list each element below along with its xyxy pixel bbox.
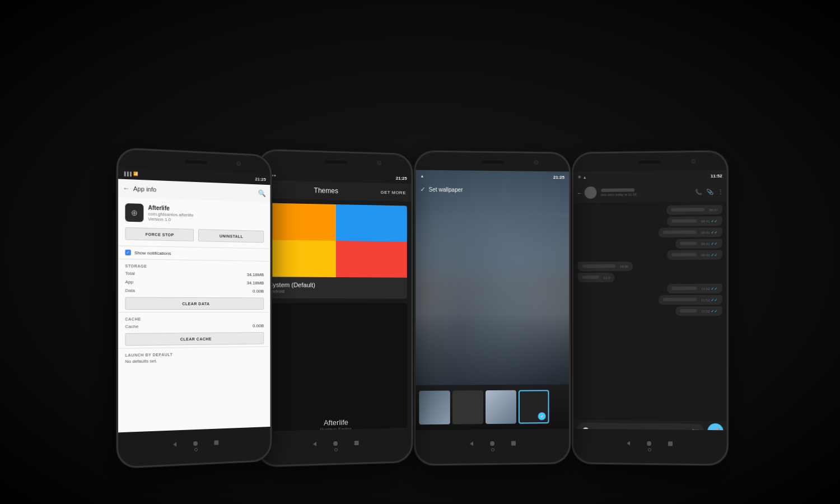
search-icon[interactable]: 🔍 — [258, 189, 266, 197]
recents-nav-btn[interactable] — [214, 440, 218, 445]
wifi-icon: 📶 — [133, 171, 138, 176]
signal-icon: ▐▐▐ — [123, 171, 131, 176]
call-icon[interactable]: 📞 — [695, 189, 702, 195]
msg-1: 08:37 — [666, 205, 722, 215]
phones-container: ▐▐▐ 📶 21:25 ← App info 🔍 ⊕ — [84, 28, 756, 476]
wallpaper-thumb-3[interactable] — [486, 390, 516, 424]
phone-1-speaker — [185, 160, 207, 164]
app-info-screen: ← App info 🔍 ⊕ Afterlife com.gfdsantos.a… — [118, 179, 270, 433]
cache-row: Cache 0.00B — [118, 321, 270, 331]
msg-text-8 — [671, 287, 697, 290]
phone-4-wrapper: ⊕ ▲ 11:52 ← last seen today at 11:34 — [572, 150, 729, 465]
msg-time-8: 11:52 ✓✓ — [701, 287, 717, 291]
back-icon[interactable]: ← — [123, 184, 129, 193]
msg-text-1 — [671, 208, 704, 211]
msg-time-9: 11:52 ✓✓ — [701, 298, 717, 302]
check-icon-10: ✓✓ — [711, 309, 717, 314]
clear-data-button[interactable]: CLEAR DATA — [125, 297, 264, 310]
msg-3: 08:41 ✓✓ — [659, 227, 722, 237]
chat-toolbar: ← last seen today at 11:34 📞 📎 ⋮ — [573, 181, 727, 203]
phone-2-camera — [377, 161, 381, 165]
phone-3-bottom-bezel — [416, 429, 569, 464]
theme-quad-yellow — [263, 240, 336, 277]
phone-3-wrapper: ▲ 21:25 ✓ Set wallpaper ✓ — [414, 150, 571, 465]
themes-title: Themes — [314, 186, 338, 195]
theme-preview-inner — [263, 203, 407, 277]
phone-1-screen: ▐▐▐ 📶 21:25 ← App info 🔍 ⊕ — [118, 167, 270, 432]
divider-3 — [118, 312, 270, 312]
app-buttons-row: FORCE STOP UNINSTALL — [118, 225, 270, 247]
msg-time-7: 11:0 — [603, 276, 610, 279]
force-stop-button[interactable]: FORCE STOP — [125, 227, 194, 241]
status-time-3: 21:25 — [553, 175, 564, 180]
msg-text-2 — [671, 219, 697, 222]
msg-time-2: 08:41 ✓✓ — [701, 219, 717, 223]
msg-7: 11:0 — [578, 273, 614, 282]
app-size-row: App 34.18MB — [118, 278, 270, 287]
back-nav-btn-2[interactable] — [313, 442, 316, 446]
recents-nav-btn-4[interactable] — [668, 441, 673, 446]
clear-cache-button[interactable]: CLEAR CACHE — [125, 332, 264, 346]
chat-back-icon[interactable]: ← — [577, 190, 582, 196]
phone-4: ⊕ ▲ 11:52 ← last seen today at 11:34 — [572, 150, 729, 465]
status-time-2: 21:25 — [396, 175, 407, 180]
launch-header: LAUNCH BY DEFAULT — [125, 351, 264, 357]
home-nav-btn-4[interactable] — [647, 441, 651, 446]
chat-input-bar: 🕐 Type a message 📷 🎤 — [573, 420, 727, 430]
back-nav-btn[interactable] — [173, 442, 176, 446]
theme-quad-blue — [336, 204, 407, 242]
cache-header: CACHE — [118, 314, 270, 323]
phone-2-speaker — [325, 160, 347, 164]
get-more-button[interactable]: GET MORE — [380, 189, 405, 195]
msg-time-4: 08:41 ✓✓ — [701, 241, 717, 246]
launch-section: LAUNCH BY DEFAULT No defaults set. — [118, 348, 270, 365]
home-nav-btn-2[interactable] — [333, 441, 338, 446]
back-nav-btn-4[interactable] — [627, 441, 630, 446]
home-indicator-1 — [194, 448, 198, 451]
msg-text-7 — [582, 276, 599, 279]
theme-author: Android — [269, 289, 402, 295]
phone-1-wrapper: ▐▐▐ 📶 21:25 ← App info 🔍 ⊕ — [116, 147, 272, 469]
check-icon-5: ✓✓ — [711, 253, 717, 257]
check-icon-2: ✓✓ — [711, 219, 717, 223]
camera-icon[interactable]: 📷 — [692, 428, 698, 430]
msg-9: 11:52 ✓✓ — [659, 295, 722, 305]
phone-4-camera — [691, 159, 696, 164]
notifications-checkbox[interactable] — [125, 250, 130, 255]
wifi-icon-4: ▲ — [583, 175, 587, 179]
set-wallpaper-check-icon[interactable]: ✓ — [420, 185, 425, 193]
theme-card-default[interactable]: System (Default) Android — [263, 203, 407, 298]
wallpaper-thumb-1[interactable] — [419, 390, 450, 424]
msg-text-3 — [663, 230, 697, 234]
recents-nav-btn-2[interactable] — [354, 441, 359, 445]
msg-time-5: 08:42 ✓✓ — [701, 253, 717, 257]
phone-4-speaker — [638, 160, 661, 163]
chat-info: last seen today at 11:34 — [601, 188, 693, 196]
back-nav-btn-3[interactable] — [470, 441, 473, 446]
home-indicator-2 — [334, 448, 338, 451]
uninstall-button[interactable]: UNINSTALL — [198, 229, 264, 242]
phone-3-speaker — [482, 160, 504, 163]
recents-nav-btn-3[interactable] — [511, 441, 516, 446]
home-nav-btn[interactable] — [193, 441, 198, 446]
phone-2-bottom-bezel — [258, 428, 411, 465]
phone-3: ▲ 21:25 ✓ Set wallpaper ✓ — [414, 150, 571, 465]
status-icons-4: ⊕ ▲ — [578, 175, 587, 179]
phone-4-top-bezel — [573, 152, 727, 171]
more-icon[interactable]: ⋮ — [718, 188, 724, 194]
home-nav-btn-3[interactable] — [490, 441, 494, 446]
send-button[interactable]: 🎤 — [707, 423, 723, 430]
toolbar-title: App info — [133, 185, 156, 193]
msg-time-1: 08:37 — [709, 208, 717, 212]
show-notifications-row: Show notifications — [118, 247, 270, 260]
app-icon-row: ⊕ Afterlife com.gfdsantos.afterlife Vers… — [118, 197, 270, 228]
themes-screen: ☰ Themes GET MORE — [258, 180, 411, 432]
wallpaper-thumb-2[interactable] — [452, 390, 483, 424]
chat-screen: ← last seen today at 11:34 📞 📎 ⋮ — [573, 181, 727, 431]
phone-3-camera — [534, 160, 539, 165]
phone-4-screen: ⊕ ▲ 11:52 ← last seen today at 11:34 — [573, 170, 727, 431]
wallpaper-thumb-4-selected[interactable]: ✓ — [519, 390, 549, 423]
msg-5: 08:42 ✓✓ — [667, 250, 722, 259]
attach-icon[interactable]: 📎 — [706, 188, 713, 194]
msg-6: 08:50 — [578, 262, 633, 271]
